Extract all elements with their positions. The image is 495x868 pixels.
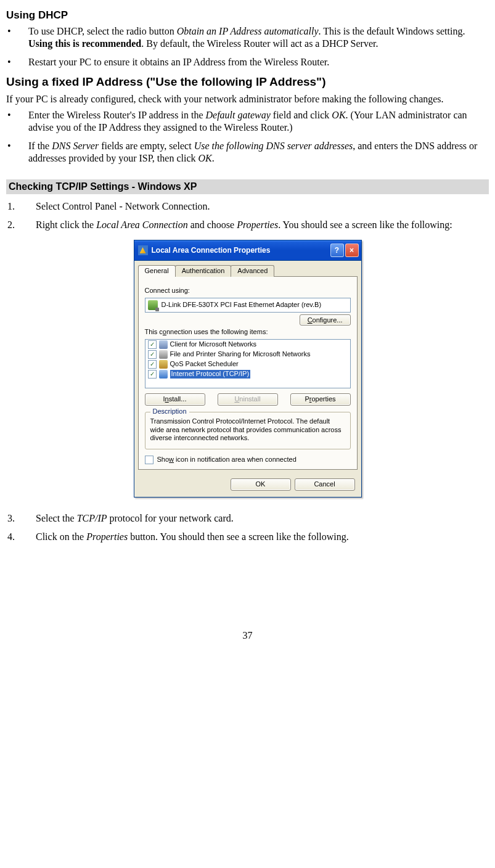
dialog-footer: OK Cancel (134, 473, 361, 497)
adapter-name: D-Link DFE-530TX PCI Fast Ethernet Adapt… (162, 301, 322, 309)
item-label: Internet Protocol (TCP/IP) (170, 370, 251, 379)
list-item-selected[interactable]: ✓Internet Protocol (TCP/IP) (145, 369, 350, 379)
nic-icon (148, 300, 158, 310)
checkbox-icon[interactable]: ✓ (148, 350, 157, 359)
step-2: 2. Right click the Local Area Connection… (6, 219, 489, 231)
description-groupbox: Description Transmission Control Protoco… (145, 412, 351, 449)
dhcp-bullet-1: To use DHCP, select the radio button Obt… (6, 25, 489, 50)
tab-strip: General Authentication Advanced (134, 261, 361, 276)
text-italic: Default gateway (206, 110, 271, 120)
connect-using-label: Connect using: (145, 287, 351, 295)
tab-general[interactable]: General (138, 265, 176, 277)
checkbox-icon[interactable] (145, 456, 153, 464)
list-item[interactable]: ✓Client for Microsoft Networks (145, 340, 350, 350)
item-label: File and Printer Sharing for Microsoft N… (170, 350, 311, 359)
fixed-ip-bullet-2: If the DNS Server fields are empty, sele… (6, 140, 489, 165)
text-italic: Properties (86, 531, 128, 542)
text: . (212, 153, 215, 163)
item-label: QoS Packet Scheduler (170, 360, 239, 369)
text-italic: OK (332, 110, 345, 120)
text: Enter the Wireless Router's IP address i… (28, 110, 206, 120)
client-icon (159, 340, 168, 349)
checkbox-icon[interactable]: ✓ (148, 340, 157, 349)
checkbox-icon[interactable]: ✓ (148, 370, 157, 379)
text: . You should see a screen like the follo… (278, 219, 452, 230)
step-marker: 2. (7, 219, 15, 231)
cancel-button[interactable]: Cancel (295, 478, 355, 491)
description-legend: Description (150, 407, 189, 416)
configure-button[interactable]: Configure... (300, 314, 351, 326)
show-icon-label: Show icon in notification area when conn… (157, 456, 297, 464)
text: Restart your PC to ensure it obtains an … (28, 57, 329, 67)
window-icon (138, 245, 148, 255)
fixed-ip-intro: If your PC is already configured, check … (6, 93, 489, 105)
text: Select Control Panel - Network Connectio… (36, 201, 210, 211)
ok-button[interactable]: OK (231, 478, 291, 491)
text: onfigure... (313, 316, 343, 324)
uses-items-label: This connection uses the following items… (145, 328, 351, 337)
step-3: 3. Select the TCP/IP protocol for your n… (6, 512, 489, 525)
text-italic: TCP/IP (77, 513, 107, 523)
text-italic: Use the following DNS server addresses (194, 141, 353, 151)
text-italic: OK (198, 153, 212, 163)
text: Click on the (36, 531, 86, 542)
fixed-ip-bullet-1: Enter the Wireless Router's IP address i… (6, 109, 489, 134)
step-4: 4. Click on the Properties button. You s… (6, 531, 489, 543)
step-marker: 1. (7, 200, 15, 213)
adapter-field: D-Link DFE-530TX PCI Fast Ethernet Adapt… (145, 298, 351, 313)
step-1: 1. Select Control Panel - Network Connec… (6, 200, 489, 213)
steps-list-cont: 3. Select the TCP/IP protocol for your n… (6, 512, 489, 543)
properties-button[interactable]: Properties (290, 393, 351, 406)
text: and choose (188, 219, 237, 230)
show-icon-row[interactable]: Show icon in notification area when conn… (145, 456, 351, 464)
items-listbox[interactable]: ✓Client for Microsoft Networks ✓File and… (145, 339, 351, 388)
checkbox-icon[interactable]: ✓ (148, 360, 157, 369)
list-item[interactable]: ✓File and Printer Sharing for Microsoft … (145, 350, 350, 359)
dhcp-bullet-list: To use DHCP, select the radio button Obt… (6, 25, 489, 68)
heading-fixed-ip: Using a fixed IP Address ("Use the follo… (6, 75, 489, 89)
text: button. You should then see a screen lik… (128, 531, 349, 542)
text-italic: Local Area Connection (96, 219, 187, 230)
text: If the (28, 141, 52, 151)
tab-authentication[interactable]: Authentication (175, 265, 232, 277)
section-heading-tcpip-xp: Checking TCP/IP Settings - Windows XP (6, 179, 489, 194)
text: . By default, the Wireless Router will a… (141, 38, 378, 49)
text: Select the (36, 513, 77, 523)
list-item[interactable]: ✓QoS Packet Scheduler (145, 359, 350, 369)
step-marker: 3. (7, 512, 15, 525)
titlebar: Local Area Connection Properties ? × (134, 240, 361, 261)
text-italic: Properties (237, 219, 278, 230)
text-bold: Using this is recommended (28, 38, 141, 49)
tab-panel-general: Connect using: D-Link DFE-530TX PCI Fast… (138, 276, 358, 470)
description-text: Transmission Control Protocol/Internet P… (150, 417, 345, 443)
dialog-screenshot: Local Area Connection Properties ? × Gen… (6, 240, 489, 497)
tcpip-icon (159, 370, 168, 379)
steps-list: 1. Select Control Panel - Network Connec… (6, 200, 489, 231)
text-italic: Obtain an IP Address automatically (177, 26, 319, 36)
page-number: 37 (6, 629, 489, 642)
heading-using-dhcp: Using DHCP (6, 9, 489, 22)
dhcp-bullet-2: Restart your PC to ensure it obtains an … (6, 56, 489, 68)
lan-properties-dialog: Local Area Connection Properties ? × Gen… (134, 240, 362, 497)
help-button[interactable]: ? (330, 244, 344, 257)
fixed-ip-bullet-list: Enter the Wireless Router's IP address i… (6, 109, 489, 165)
qos-icon (159, 360, 168, 369)
text-italic: DNS Server (52, 141, 99, 151)
step-marker: 4. (7, 531, 15, 543)
item-label: Client for Microsoft Networks (170, 340, 257, 349)
text: protocol for your network card. (107, 513, 234, 523)
item-button-row: Install... Uninstall Properties (145, 393, 351, 406)
text: To use DHCP, select the radio button (28, 26, 177, 36)
text: fields are empty, select (99, 141, 194, 151)
close-button[interactable]: × (345, 244, 359, 257)
tab-advanced[interactable]: Advanced (231, 265, 274, 277)
window-title: Local Area Connection Properties (152, 246, 329, 255)
printer-icon (159, 350, 168, 359)
text: field and click (271, 110, 332, 120)
text: Right click the (36, 219, 96, 230)
text: . This is the default Windows setting. (319, 26, 465, 36)
install-button[interactable]: Install... (145, 393, 205, 406)
uninstall-button[interactable]: Uninstall (218, 393, 278, 406)
